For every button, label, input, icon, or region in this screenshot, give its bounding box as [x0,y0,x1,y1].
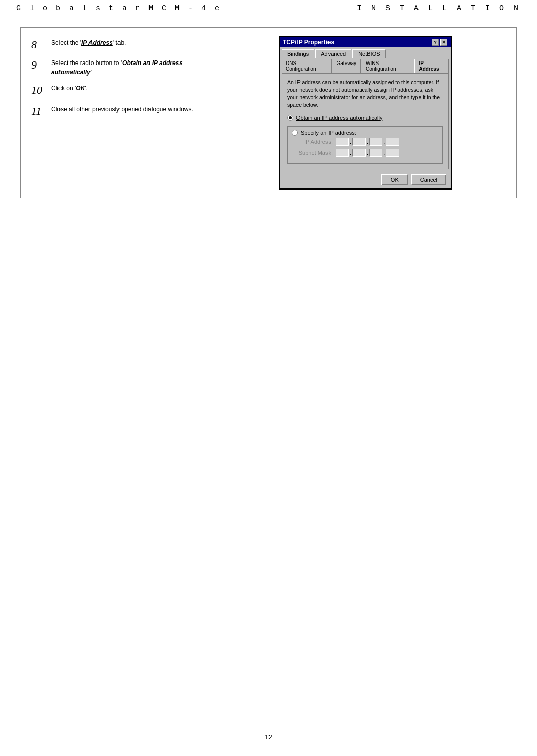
main-content: 8 Select the 'IP Address' tab, 9 Select … [0,17,537,208]
ip-seg-2[interactable] [352,138,366,146]
subnet-seg-2[interactable] [352,149,366,157]
dialog-column: TCP/IP Properties ? ✕ Bindings Advanced … [214,28,516,198]
subnet-mask-row: Subnet Mask: . . . [292,149,438,157]
ip-dot-1: . [350,138,351,146]
ip-dot-2: . [367,138,368,146]
dialog-titlebar: TCP/IP Properties ? ✕ [280,37,451,47]
radio-specify-option[interactable]: Specify an IP address: [292,130,438,136]
header-section-name: I N S T A L L A T I O N [357,4,521,13]
tab-dns-config[interactable]: DNS Configuration [282,59,332,73]
tab-advanced[interactable]: Advanced [315,49,351,58]
ip-seg-3[interactable] [369,138,382,146]
step-11-text: Close all other previously opened dialog… [51,105,193,114]
dialog-buttons: OK Cancel [280,171,451,188]
subnet-mask-input[interactable]: . . . [336,149,399,157]
radio-auto[interactable] [287,115,293,121]
radio-specify[interactable] [292,130,298,136]
dialog-title: TCP/IP Properties [283,39,334,46]
page-number: 12 [265,734,272,741]
ip-address-label: IP Address: [292,139,333,145]
instructions-column: 8 Select the 'IP Address' tab, 9 Select … [21,28,214,198]
radio-auto-label: Obtain an IP address automatically [296,115,382,121]
page-header: G l o b a l s t a r M C M - 4 e I N S T … [0,0,537,17]
tab-bindings[interactable]: Bindings [282,49,314,58]
subnet-seg-3[interactable] [369,149,382,157]
subnet-dot-1: . [350,149,351,157]
step-11-number: 11 [31,105,45,118]
cancel-button[interactable]: Cancel [411,174,446,185]
ok-button[interactable]: OK [381,174,408,185]
tab-gateway[interactable]: Gateway [333,59,361,73]
dialog-description: An IP address can be automatically assig… [287,79,443,109]
header-product-name: G l o b a l s t a r M C M - 4 e [16,4,221,13]
subnet-dot-2: . [367,149,368,157]
step-9-number: 9 [31,58,45,72]
tab-row-1: Bindings Advanced NetBIOS [280,47,451,58]
ip-seg-1[interactable] [336,138,349,146]
tab-row-2: DNS Configuration Gateway WINS Configura… [280,59,451,73]
subnet-dot-3: . [383,149,385,157]
close-button[interactable]: ✕ [440,39,448,46]
ip-seg-4[interactable] [386,138,399,146]
radio-specify-label: Specify an IP address: [301,130,356,136]
step-9: 9 Select the radio button to 'Obtain an … [31,58,203,77]
radio-group: Obtain an IP address automatically [287,115,443,121]
content-box: 8 Select the 'IP Address' tab, 9 Select … [20,27,517,198]
step-8-number: 8 [31,38,45,51]
specify-group: Specify an IP address: IP Address: . . [287,126,443,164]
tab-wins-config[interactable]: WINS Configuration [362,59,413,73]
step-11: 11 Close all other previously opened dia… [31,105,203,118]
ip-address-row: IP Address: . . . [292,138,438,146]
subnet-mask-label: Subnet Mask: [292,150,333,156]
tcpip-dialog: TCP/IP Properties ? ✕ Bindings Advanced … [279,36,452,190]
step-9-text: Select the radio button to 'Obtain an IP… [51,58,203,77]
step-8: 8 Select the 'IP Address' tab, [31,38,203,51]
ip-dot-3: . [383,138,385,146]
step-10-number: 10 [31,84,45,97]
subnet-seg-1[interactable] [336,149,349,157]
ip-address-input[interactable]: . . . [336,138,399,146]
titlebar-controls: ? ✕ [432,39,448,46]
help-button[interactable]: ? [432,39,439,46]
page-footer: 12 [0,734,537,741]
radio-auto-option[interactable]: Obtain an IP address automatically [287,115,443,121]
tab-content: An IP address can be automatically assig… [282,73,449,169]
subnet-seg-4[interactable] [386,149,399,157]
step-10-text: Click on 'OK'. [51,84,88,93]
tab-ip-address[interactable]: IP Address [414,59,449,73]
step-10: 10 Click on 'OK'. [31,84,203,97]
tab-netbios[interactable]: NetBIOS [352,49,385,58]
step-8-text: Select the 'IP Address' tab, [51,38,126,47]
